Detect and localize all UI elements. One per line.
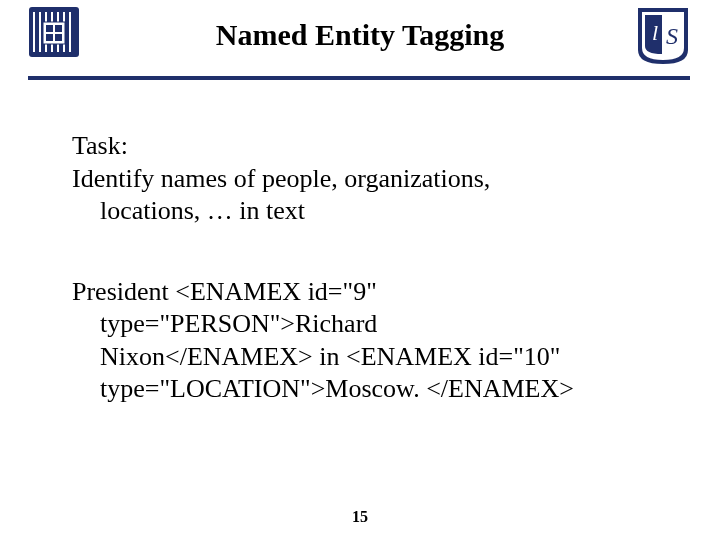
slide-header: Named Entity Tagging l S: [0, 0, 720, 76]
slide-body: Task: Identify names of people, organiza…: [72, 130, 660, 406]
task-paragraph: Task: Identify names of people, organiza…: [72, 130, 660, 228]
svg-text:S: S: [666, 23, 678, 49]
slide: Named Entity Tagging l S Task: Identify …: [0, 0, 720, 540]
header-divider: [28, 76, 690, 80]
task-line-2: Identify names of people, organizations,: [72, 163, 660, 196]
example-line-2: type="PERSON">Richard: [72, 308, 660, 341]
example-line-3: Nixon</ENAMEX> in <ENAMEX id="10": [72, 341, 660, 374]
ls-logo-icon: l S: [636, 6, 690, 66]
example-line-1: President <ENAMEX id="9": [72, 276, 660, 309]
example-line-4: type="LOCATION">Moscow. </ENAMEX>: [72, 373, 660, 406]
page-number: 15: [0, 508, 720, 526]
svg-text:l: l: [652, 20, 658, 45]
slide-title: Named Entity Tagging: [0, 18, 720, 52]
task-line-3: locations, … in text: [72, 195, 660, 228]
task-label: Task:: [72, 130, 660, 163]
example-paragraph: President <ENAMEX id="9" type="PERSON">R…: [72, 276, 660, 406]
